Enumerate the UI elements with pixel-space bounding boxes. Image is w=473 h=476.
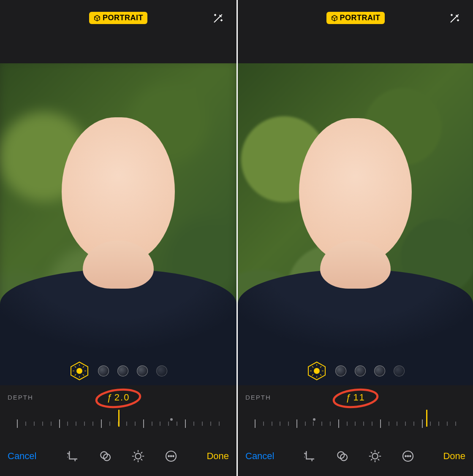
- portrait-lighting-strip[interactable]: [69, 361, 167, 381]
- svg-line-47: [371, 459, 372, 460]
- svg-line-44: [371, 452, 372, 453]
- lighting-option-2[interactable]: [98, 365, 109, 376]
- photo-subject: [0, 63, 236, 385]
- svg-line-18: [134, 452, 135, 453]
- svg-line-35: [312, 374, 313, 376]
- editor-pane-left: PORTRAIT DEPTH ƒ2.0: [0, 0, 236, 476]
- svg-point-1: [76, 368, 82, 374]
- cancel-button[interactable]: Cancel: [245, 451, 274, 462]
- depth-slider-indicator: [426, 410, 427, 427]
- svg-line-33: [320, 374, 321, 376]
- lighting-option-5[interactable]: [156, 365, 167, 376]
- svg-line-32: [312, 366, 313, 368]
- depth-control: DEPTH ƒ11: [238, 385, 473, 436]
- svg-line-21: [134, 459, 135, 460]
- portrait-mode-toggle[interactable]: PORTRAIT: [89, 12, 147, 24]
- adjust-button[interactable]: [368, 449, 382, 463]
- header: PORTRAIT: [0, 0, 236, 63]
- svg-point-49: [405, 455, 407, 457]
- lighting-natural-selected[interactable]: [69, 361, 90, 381]
- depth-slider[interactable]: [238, 417, 473, 430]
- svg-line-9: [75, 374, 76, 376]
- portrait-lighting-strip[interactable]: [307, 361, 405, 381]
- filters-button[interactable]: [98, 449, 112, 463]
- svg-line-20: [141, 452, 142, 453]
- depth-slider-ticks: [238, 417, 473, 430]
- lighting-option-3[interactable]: [355, 365, 366, 376]
- depth-slider-indicator: [118, 410, 120, 427]
- svg-line-6: [75, 366, 76, 368]
- more-button[interactable]: [164, 449, 178, 463]
- lighting-option-3[interactable]: [117, 365, 128, 376]
- svg-point-23: [168, 455, 169, 457]
- bottom-toolbar: Cancel Done: [0, 436, 236, 476]
- portrait-mode-toggle[interactable]: PORTRAIT: [326, 12, 385, 24]
- svg-point-39: [372, 453, 378, 459]
- auto-enhance-button[interactable]: [449, 12, 461, 24]
- svg-point-13: [135, 453, 141, 459]
- photo-subject: [238, 63, 473, 385]
- svg-line-34: [320, 366, 321, 368]
- depth-label: DEPTH: [8, 394, 33, 401]
- svg-point-51: [410, 455, 411, 457]
- editor-pane-right: PORTRAIT DEPTH ƒ11: [236, 0, 473, 476]
- bottom-toolbar: Cancel Done: [238, 436, 473, 476]
- svg-line-19: [141, 459, 142, 460]
- photo-preview[interactable]: [238, 63, 473, 385]
- portrait-mode-label: PORTRAIT: [340, 14, 381, 22]
- fstop-value: ƒ2.0: [107, 392, 130, 403]
- lighting-option-5[interactable]: [394, 365, 405, 376]
- crop-rotate-button[interactable]: [65, 449, 79, 463]
- auto-enhance-button[interactable]: [212, 12, 225, 24]
- svg-point-25: [173, 455, 174, 457]
- svg-point-24: [171, 455, 172, 457]
- cancel-button[interactable]: Cancel: [8, 451, 36, 462]
- depth-slider[interactable]: [0, 417, 236, 430]
- header: PORTRAIT: [238, 0, 473, 63]
- svg-point-50: [408, 455, 409, 457]
- more-button[interactable]: [401, 449, 415, 463]
- lighting-natural-selected[interactable]: [307, 361, 327, 381]
- lighting-option-4[interactable]: [137, 365, 148, 376]
- lighting-option-2[interactable]: [335, 365, 346, 376]
- filters-button[interactable]: [335, 449, 349, 463]
- depth-control: DEPTH ƒ2.0: [0, 385, 236, 436]
- depth-label: DEPTH: [245, 394, 271, 401]
- svg-line-45: [378, 459, 379, 460]
- svg-line-7: [83, 374, 84, 376]
- done-button[interactable]: Done: [207, 451, 229, 462]
- crop-rotate-button[interactable]: [302, 449, 316, 463]
- lighting-option-4[interactable]: [374, 365, 385, 376]
- svg-line-46: [378, 452, 379, 453]
- cube-icon: [331, 14, 338, 22]
- svg-point-27: [314, 368, 320, 374]
- svg-line-8: [83, 366, 84, 368]
- photo-preview[interactable]: [0, 63, 236, 385]
- adjust-button[interactable]: [131, 449, 145, 463]
- done-button[interactable]: Done: [443, 451, 465, 462]
- portrait-mode-label: PORTRAIT: [103, 14, 143, 22]
- fstop-value: ƒ11: [345, 392, 365, 403]
- cube-icon: [93, 14, 101, 22]
